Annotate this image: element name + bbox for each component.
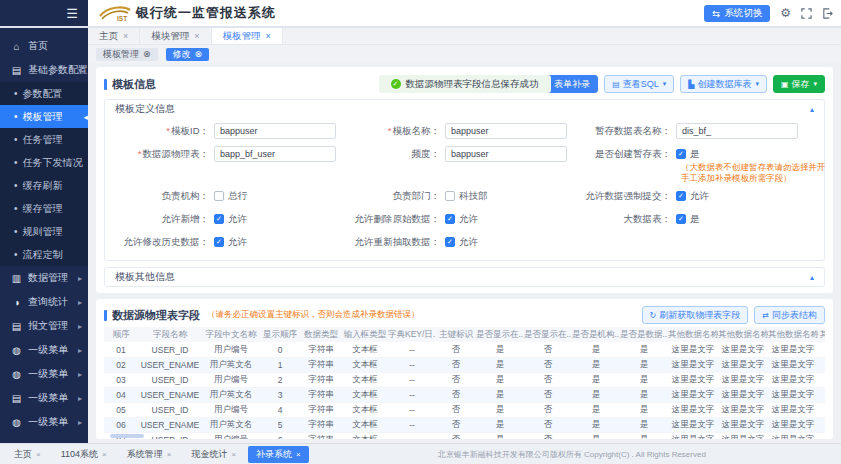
template-id-field[interactable]	[214, 123, 336, 139]
system-switch-button[interactable]: ⇆ 系统切换	[704, 5, 770, 22]
sidebar-item[interactable]: ▤报文管理▸	[0, 314, 88, 338]
table-cell: 是	[620, 342, 668, 357]
close-icon[interactable]: ×	[123, 31, 128, 41]
close-icon[interactable]: ×	[102, 450, 107, 459]
table-row[interactable]: 05USER_ID用户编号4字符串文本框--否是否是是这里是文字这里是文字这里是…	[104, 402, 825, 417]
table-cell: 这里是文字	[718, 342, 768, 357]
system-tab[interactable]: 现金统计×	[183, 446, 244, 463]
table-cell: 字符串	[300, 372, 342, 387]
template-name-field[interactable]	[445, 123, 567, 139]
sidebar-item[interactable]: •流程定制	[0, 243, 88, 266]
breadcrumb-chip[interactable]: 修改⊗	[166, 48, 210, 61]
close-icon[interactable]: ×	[194, 31, 199, 41]
view-sql-button[interactable]: ▤查看SQL▾	[604, 75, 674, 93]
table-cell: 这里是文字	[668, 372, 718, 387]
system-tab[interactable]: 1104系统×	[53, 446, 115, 463]
chart-icon: ▙	[688, 80, 694, 89]
table-cell: 04	[104, 387, 138, 402]
field-control	[676, 123, 798, 139]
allow-modify-history-checkbox[interactable]	[214, 237, 224, 247]
sidebar-item[interactable]: ⌂首页	[0, 34, 88, 58]
collapse-menu-icon[interactable]: ☰	[66, 6, 78, 21]
fullscreen-icon[interactable]	[801, 8, 812, 19]
table-cell	[818, 432, 825, 439]
sidebar-item[interactable]: •缓存管理	[0, 197, 88, 220]
system-tab[interactable]: 补录系统×	[248, 446, 309, 463]
create-temp-table-checkbox[interactable]	[676, 149, 686, 159]
sidebar-item[interactable]: •参数配置	[0, 82, 88, 105]
sidebar-item[interactable]: •任务管理	[0, 128, 88, 151]
close-circle-icon[interactable]: ⊗	[143, 49, 151, 59]
close-icon[interactable]: ×	[167, 450, 172, 459]
workspace-tab[interactable]: 主页×	[88, 28, 140, 44]
responsible-org-checkbox[interactable]	[214, 191, 224, 201]
sidebar-item[interactable]: ▤一级菜单▸	[0, 386, 88, 410]
sidebar-item-label: 任务下发情况	[23, 156, 83, 170]
main-area: 主页×模块管理×模板管理× 模板管理⊗修改⊗ 模板信息 数据源物理表字段信息保存…	[88, 28, 841, 443]
table-cell: USER_ID	[138, 342, 202, 357]
breadcrumb-chip[interactable]: 模板管理⊗	[96, 48, 158, 61]
responsible-dept-checkbox[interactable]	[445, 191, 455, 201]
checkbox-label: 科技部	[459, 188, 488, 204]
close-icon[interactable]: ×	[296, 450, 301, 459]
allow-re-extract-checkbox[interactable]	[445, 237, 455, 247]
home-icon: ⌂	[11, 41, 22, 52]
sidebar-item[interactable]: ◍一级菜单▸	[0, 362, 88, 386]
column-header: 输入框类型	[342, 327, 388, 342]
field-control: 允许	[214, 234, 247, 250]
sidebar-item[interactable]: •模板管理◂	[0, 105, 88, 128]
field-label: 允许重新抽取数据：	[336, 234, 440, 250]
temp-table-name-field[interactable]	[676, 123, 798, 139]
checkbox-label: 总行	[228, 188, 247, 204]
required-asterisk: *	[138, 148, 142, 159]
close-icon[interactable]: ×	[266, 31, 271, 41]
logout-icon[interactable]	[822, 8, 833, 19]
close-icon[interactable]: ×	[36, 450, 41, 459]
sidebar-item[interactable]: ◑查询统计▸	[0, 290, 88, 314]
table-row[interactable]: 01USER_ID用户编号0字符串文本框--否是否是是这里是文字这里是文字这里是…	[104, 342, 825, 357]
close-icon[interactable]: ×	[231, 450, 236, 459]
table-cell: 是	[572, 432, 620, 439]
sync-structure-button[interactable]: ⇄同步表结构	[754, 306, 825, 324]
system-tab[interactable]: 主页×	[6, 446, 49, 463]
table-row[interactable]: 06USER_ENAME用户英文名5字符串文本框--否是否是是这里是文字这里是文…	[104, 417, 825, 432]
workspace-tab[interactable]: 模板管理×	[212, 28, 283, 44]
title-accent-bar	[104, 79, 107, 90]
horizontal-scrollbar[interactable]	[110, 434, 144, 438]
allow-delete-checkbox[interactable]	[445, 214, 455, 224]
sidebar-item[interactable]: ▥数据管理▸	[0, 266, 88, 290]
source-table-field[interactable]	[214, 146, 336, 162]
allow-force-submit-checkbox[interactable]	[676, 191, 686, 201]
table-cell: 否	[524, 357, 572, 372]
create-db-table-button[interactable]: ▙创建数据库表▾	[680, 75, 767, 93]
sidebar-item[interactable]: •任务下发情况	[0, 151, 88, 174]
collapse-triangle-icon[interactable]: ▴	[810, 273, 814, 282]
sidebar-item-label: 缓存管理	[23, 202, 63, 216]
sidebar-item[interactable]: ▤基础参数配置▾	[0, 58, 88, 82]
frequency-field[interactable]	[445, 146, 567, 162]
table-cell: 否	[524, 342, 572, 357]
collapse-triangle-icon[interactable]: ▴	[810, 105, 814, 114]
table-row[interactable]: 04USER_ENAME用户英文名3字符串文本框--否是否是是这里是文字这里是文…	[104, 387, 825, 402]
big-data-table-checkbox[interactable]	[676, 214, 686, 224]
table-row[interactable]: 02USER_ENAME用户英文名1字符串文本框--否是否是是这里是文字这里是文…	[104, 357, 825, 372]
save-button[interactable]: ▣保存▾	[773, 75, 825, 93]
table-cell: 这里是文字	[768, 402, 818, 417]
column-header: 数据类型	[300, 327, 342, 342]
sidebar-item[interactable]: ◍一级菜单▸	[0, 410, 88, 434]
table-row[interactable]: 03USER_ID用户编号2字符串文本框--否是否是是这里是文字这里是文字这里是…	[104, 372, 825, 387]
close-circle-icon[interactable]: ⊗	[195, 49, 203, 59]
sidebar-item-label: 首页	[28, 39, 48, 53]
settings-gear-icon[interactable]: ⚙	[780, 7, 791, 19]
table-row[interactable]: 07USER_ID用户编号6字符串文本框--否是否是是这里是文字这里是文字这里是…	[104, 432, 825, 439]
system-tab[interactable]: 系统管理×	[119, 446, 180, 463]
sidebar-item[interactable]: ◍一级菜单▸	[0, 338, 88, 362]
table-cell: 这里是文字	[668, 432, 718, 439]
refresh-fields-button[interactable]: ↻刷新获取物理表字段	[642, 306, 749, 324]
sidebar-item[interactable]: •缓存刷新	[0, 174, 88, 197]
workspace-tab[interactable]: 模块管理×	[140, 28, 211, 44]
table-cell: 否	[524, 417, 572, 432]
sidebar-item[interactable]: •规则管理	[0, 220, 88, 243]
sidebar-item-label: 参数配置	[23, 87, 63, 101]
allow-add-checkbox[interactable]	[214, 214, 224, 224]
